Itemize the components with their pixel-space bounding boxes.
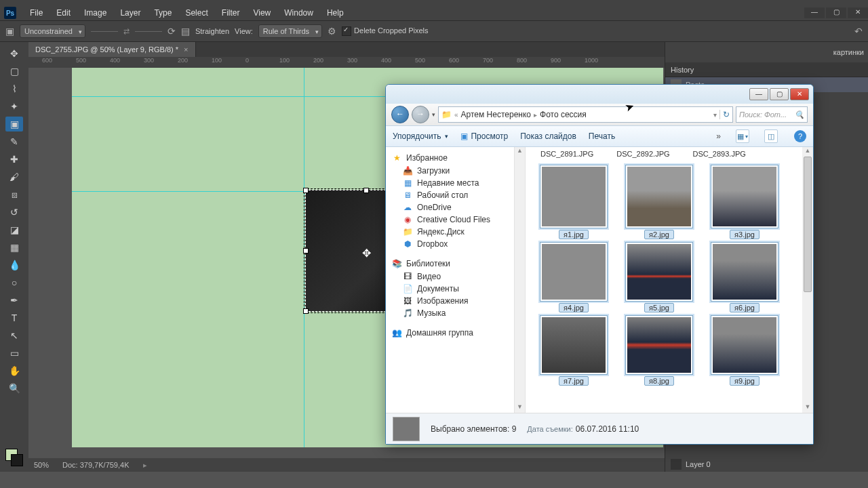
ps-close-button[interactable]: ✕ bbox=[848, 7, 868, 18]
dialog-titlebar[interactable]: — ▢ ✕ bbox=[386, 85, 813, 104]
menu-layer[interactable]: Layer bbox=[113, 8, 147, 18]
path-tool[interactable]: ↖ bbox=[5, 328, 23, 343]
straighten-icon[interactable]: ▤ bbox=[181, 26, 190, 37]
sidebar-music[interactable]: 🎵Музыка bbox=[386, 307, 514, 319]
gradient-tool[interactable]: ▦ bbox=[5, 240, 23, 255]
file-item[interactable]: я9.jpg bbox=[706, 315, 783, 386]
marquee-tool[interactable]: ▢ bbox=[5, 64, 23, 79]
forward-button[interactable]: → bbox=[412, 106, 429, 123]
history-panel-tab[interactable]: History bbox=[665, 62, 868, 77]
slideshow-button[interactable]: Показ слайдов bbox=[520, 131, 576, 141]
preview-pane-button[interactable]: ◫ bbox=[764, 129, 778, 143]
overflow-button[interactable]: » bbox=[716, 131, 721, 141]
sidebar-scrollbar[interactable]: ▲ ▼ bbox=[515, 147, 526, 413]
sidebar-cc[interactable]: ◉Creative Cloud Files bbox=[386, 214, 514, 226]
sidebar-yandex[interactable]: 📁Яндекс.Диск bbox=[386, 226, 514, 238]
heal-tool[interactable]: ✚ bbox=[5, 152, 23, 167]
sidebar-desktop[interactable]: 🖥Рабочий стол bbox=[386, 189, 514, 201]
sidebar-downloads[interactable]: 📥Загрузки bbox=[386, 165, 514, 177]
crop-tool[interactable]: ▣ bbox=[5, 117, 23, 131]
lasso-tool[interactable]: ⌇ bbox=[5, 81, 23, 96]
folder-icon: 📁 bbox=[441, 110, 452, 119]
view-label: View: bbox=[235, 27, 253, 35]
file-item[interactable]: я5.jpg bbox=[620, 242, 698, 312]
wand-tool[interactable]: ✦ bbox=[5, 99, 23, 114]
menu-image[interactable]: Image bbox=[77, 8, 113, 18]
blur-tool[interactable]: 💧 bbox=[5, 258, 23, 272]
address-bar[interactable]: 📁 « Артем Нестеренко ▸ Фото сессия ▾ ↻ bbox=[438, 106, 733, 123]
type-tool[interactable]: T bbox=[5, 310, 23, 325]
breadcrumb-2[interactable]: Фото сессия bbox=[540, 110, 587, 119]
file-item[interactable]: я8.jpg bbox=[620, 315, 698, 386]
menu-file[interactable]: File bbox=[23, 8, 50, 18]
search-input[interactable]: Поиск: Фот...🔍 bbox=[736, 106, 808, 123]
print-button[interactable]: Печать bbox=[589, 131, 615, 141]
pen-tool[interactable]: ✒ bbox=[5, 293, 23, 308]
file-item[interactable]: я1.jpg bbox=[535, 165, 612, 239]
selected-count: Выбрано элементов: 9 bbox=[431, 424, 516, 434]
zoom-tool[interactable]: 🔍 bbox=[5, 381, 23, 396]
hand-tool[interactable]: ✋ bbox=[5, 363, 23, 378]
libraries-group[interactable]: 📚Библиотеки bbox=[386, 257, 514, 270]
eyedropper-tool[interactable]: ✎ bbox=[5, 134, 23, 149]
shape-tool[interactable]: ▭ bbox=[5, 346, 23, 361]
menu-type[interactable]: Type bbox=[147, 8, 178, 18]
files-scrollbar[interactable]: ▲ ▼ bbox=[802, 147, 813, 413]
file-item[interactable]: я4.jpg bbox=[535, 242, 612, 312]
view-mode-button[interactable]: ▦▾ bbox=[736, 129, 749, 143]
rotate-icon[interactable]: ⟳ bbox=[167, 26, 176, 37]
close-tab-icon[interactable]: × bbox=[184, 45, 188, 54]
stamp-tool[interactable]: ⧇ bbox=[5, 187, 23, 202]
refresh-icon[interactable]: ↻ bbox=[719, 110, 730, 119]
dodge-tool[interactable]: ○ bbox=[5, 275, 23, 290]
color-swatch[interactable] bbox=[5, 449, 23, 466]
file-item[interactable]: я3.jpg bbox=[706, 165, 783, 239]
history-brush-tool[interactable]: ↺ bbox=[5, 205, 23, 220]
menu-help[interactable]: Help bbox=[320, 8, 351, 18]
eraser-tool[interactable]: ◪ bbox=[5, 222, 23, 237]
sidebar-documents[interactable]: 📄Документы bbox=[386, 283, 514, 295]
menu-window[interactable]: Window bbox=[277, 8, 320, 18]
homegroup[interactable]: 👥Домашняя группа bbox=[386, 326, 514, 340]
dialog-minimize-button[interactable]: — bbox=[749, 88, 768, 100]
ruler-horizontal: 6005004003002001000100200300400500600700… bbox=[28, 57, 665, 68]
dialog-maximize-button[interactable]: ▢ bbox=[770, 88, 789, 100]
search-icon: 🔍 bbox=[795, 110, 804, 119]
aspect-ratio-combo[interactable]: Unconstrained bbox=[20, 24, 85, 38]
sidebar-recent[interactable]: ▦Недавние места bbox=[386, 177, 514, 189]
sidebar-onedrive[interactable]: ☁OneDrive bbox=[386, 201, 514, 214]
sidebar-dropbox[interactable]: ⬢Dropbox bbox=[386, 238, 514, 250]
sidebar-pictures[interactable]: 🖼Изображения bbox=[386, 295, 514, 307]
favorites-group[interactable]: ★Избранное bbox=[386, 151, 514, 165]
straighten-button[interactable]: Straighten bbox=[195, 27, 229, 35]
file-item[interactable]: я6.jpg bbox=[706, 242, 783, 312]
ps-maximize-button[interactable]: ▢ bbox=[826, 7, 846, 18]
reset-icon[interactable]: ↶ bbox=[854, 26, 863, 37]
menu-filter[interactable]: Filter bbox=[215, 8, 247, 18]
help-button[interactable]: ? bbox=[794, 130, 806, 142]
gear-icon[interactable]: ⚙ bbox=[328, 26, 336, 37]
menu-edit[interactable]: Edit bbox=[50, 8, 77, 18]
breadcrumb-1[interactable]: Артем Нестеренко bbox=[461, 110, 531, 119]
sidebar-videos[interactable]: 🎞Видео bbox=[386, 270, 514, 283]
organize-button[interactable]: Упорядочить bbox=[393, 131, 448, 141]
workspace-combo[interactable]: картинки bbox=[833, 48, 864, 56]
move-tool[interactable]: ✥ bbox=[5, 46, 23, 61]
file-item[interactable]: я2.jpg bbox=[620, 165, 698, 239]
dialog-close-button[interactable]: ✕ bbox=[790, 88, 809, 100]
ps-minimize-button[interactable]: — bbox=[804, 7, 825, 18]
file-grid: я1.jpg я2.jpg я3.jpg я4.jpg я5.jpg я6.jp… bbox=[526, 161, 802, 413]
selection-thumbnail bbox=[393, 417, 420, 441]
layer-entry[interactable]: Layer 0 bbox=[665, 457, 868, 472]
delete-cropped-checkbox[interactable] bbox=[342, 26, 351, 36]
brush-tool[interactable]: 🖌 bbox=[5, 169, 23, 184]
overlay-combo[interactable]: Rule of Thirds bbox=[258, 24, 322, 38]
file-item[interactable]: я7.jpg bbox=[535, 315, 612, 386]
document-tab[interactable]: DSC_2755.JPG @ 50% (Layer 9, RGB/8) *× bbox=[28, 42, 196, 57]
date-taken-label: Дата съемки: bbox=[527, 425, 572, 433]
preview-button[interactable]: ▣Просмотр bbox=[460, 131, 508, 141]
menu-select[interactable]: Select bbox=[178, 8, 214, 18]
app-logo: Ps bbox=[4, 7, 16, 19]
back-button[interactable]: ← bbox=[391, 106, 409, 123]
menu-view[interactable]: View bbox=[246, 8, 277, 18]
